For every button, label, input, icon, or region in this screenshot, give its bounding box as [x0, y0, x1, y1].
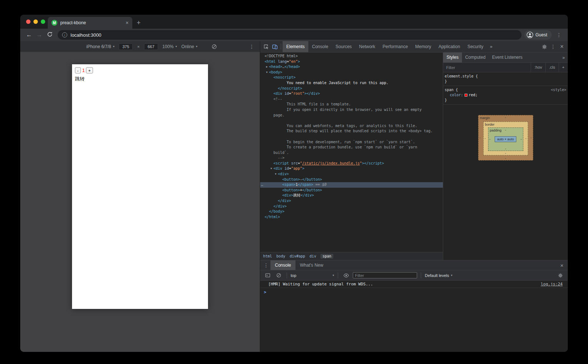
console-message-source-link[interactable]: log.js:24 [541, 282, 563, 286]
site-info-icon[interactable]: i [62, 32, 67, 37]
browser-tab[interactable]: M preact-kbone × [48, 17, 132, 29]
dom-tree-line[interactable]: ▼<div> [260, 172, 443, 177]
dom-tree-line[interactable]: <div>跳转</div> [260, 193, 443, 198]
decrement-button[interactable]: - [75, 67, 81, 73]
devtools-tab-sources[interactable]: Sources [332, 41, 355, 52]
dom-tree-line[interactable]: </body> [260, 209, 443, 215]
breadcrumb-item-html[interactable]: html [263, 254, 272, 258]
close-window-button[interactable] [26, 19, 31, 24]
border-left-value[interactable]: - [485, 137, 486, 140]
inspect-element-icon[interactable] [262, 42, 270, 51]
dom-tree-line[interactable]: ▶<head>…</head> [260, 64, 443, 70]
box-model-content[interactable]: auto × auto [495, 136, 516, 142]
device-height-input[interactable] [144, 43, 158, 50]
dom-tree-line-selected[interactable]: …<span>1</span> == $0 [260, 182, 443, 188]
margin-right-value[interactable]: - [531, 136, 532, 140]
border-bottom-value[interactable]: - [505, 151, 506, 155]
style-rule-span[interactable]: span { <style> color:red; } [443, 86, 568, 105]
dom-tree-line[interactable]: <!-- [260, 97, 443, 102]
dom-tree-line[interactable]: ▼<body> [260, 70, 443, 75]
device-toolbar-menu-icon[interactable]: ⋮ [247, 42, 256, 51]
devtools-tab-memory[interactable]: Memory [412, 41, 435, 52]
style-origin-link[interactable]: <style> [551, 87, 566, 93]
profile-button[interactable]: Guest [524, 30, 552, 40]
padding-bottom-value[interactable]: - [505, 147, 506, 151]
breadcrumb-item-div[interactable]: div [309, 254, 316, 258]
more-panels-icon[interactable]: » [487, 41, 495, 52]
dom-tree-line[interactable]: page. [260, 113, 443, 118]
span-rule-selector[interactable]: span { [445, 87, 458, 93]
breadcrumb-item-body[interactable]: body [276, 254, 285, 258]
devtools-menu-icon[interactable]: ⋮ [549, 42, 557, 51]
live-expression-eye-icon[interactable] [342, 271, 351, 280]
log-levels-dropdown[interactable]: Default levels▾ [425, 273, 452, 278]
device-toolbar-toggle-icon[interactable] [270, 42, 279, 51]
style-rule-inline[interactable]: element.style { } [443, 72, 568, 86]
dom-tree-line[interactable]: <div id="root"></div> [260, 91, 443, 97]
back-button[interactable]: ← [24, 32, 34, 38]
clear-console-icon[interactable] [274, 271, 283, 280]
zoom-window-button[interactable] [41, 19, 45, 24]
expand-arrow-icon[interactable]: ▶ [265, 64, 269, 70]
dom-tree-line[interactable]: </noscript> [260, 86, 443, 91]
devtools-tab-console[interactable]: Console [308, 41, 332, 52]
element-classes-button[interactable]: .cls [545, 63, 559, 72]
drawer-menu-icon[interactable]: ⋮ [262, 261, 270, 270]
breadcrumb-item-span[interactable]: span [320, 254, 333, 259]
dom-tree-line[interactable]: <button>-</button> [260, 177, 443, 183]
toggle-element-state-button[interactable]: :hov [531, 63, 545, 72]
collapse-arrow-icon[interactable]: ▼ [265, 70, 269, 75]
browser-menu-icon[interactable]: ⋮ [554, 32, 564, 38]
dom-tree-line[interactable]: To create a production bundle, use `npm … [260, 145, 443, 150]
new-tab-button[interactable]: + [137, 19, 141, 26]
dom-tree-line[interactable]: <button>+</button> [260, 188, 443, 193]
console-context-dropdown[interactable]: top▾ [291, 273, 334, 278]
padding-left-value[interactable]: - [490, 137, 491, 141]
tab-close-icon[interactable]: × [126, 20, 129, 26]
throttling-select[interactable]: Online▾ [182, 44, 198, 49]
css-property-value[interactable]: red; [469, 93, 477, 97]
margin-top-value[interactable]: - [505, 116, 506, 119]
address-bar[interactable]: i localhost:3000 [58, 30, 521, 40]
devtools-tab-security[interactable]: Security [464, 41, 487, 52]
devtools-close-icon[interactable]: × [557, 42, 566, 51]
styles-more-tabs-icon[interactable]: » [559, 55, 568, 60]
styles-tab-event-listeners[interactable]: Event Listeners [489, 53, 526, 62]
dom-tree-line[interactable]: <html lang="en"> [260, 59, 443, 65]
dom-tree-line[interactable]: --> [260, 155, 443, 161]
drawer-close-icon[interactable]: × [557, 261, 566, 270]
collapse-arrow-icon[interactable]: ▼ [269, 166, 273, 172]
padding-top-value[interactable]: - [505, 128, 506, 132]
dom-tree-line[interactable]: <!DOCTYPE html> [260, 54, 443, 59]
collapse-arrow-icon[interactable]: ▼ [274, 172, 277, 177]
inline-rule-selector[interactable]: element.style { [443, 74, 568, 79]
console-prompt-chevron[interactable]: > [264, 290, 266, 295]
dom-tree-line[interactable]: </html> [260, 215, 443, 220]
devtools-tab-performance[interactable]: Performance [379, 41, 412, 52]
dom-tree-line[interactable]: If you open it directly in the browser, … [260, 107, 443, 113]
breadcrumb-item-div-app[interactable]: div#app [290, 254, 305, 258]
console-prompt-row[interactable]: > [260, 288, 568, 295]
zoom-select[interactable]: 100%▾ [162, 44, 177, 49]
dom-tree-line[interactable]: <script src="/static/js/index.bundle.js"… [260, 161, 443, 166]
dom-tree-line[interactable]: The build step will place the bundled sc… [260, 129, 443, 134]
devtools-tab-elements[interactable]: Elements [283, 41, 308, 52]
styles-tab-styles[interactable]: Styles [443, 53, 462, 62]
dom-tree-line[interactable] [260, 134, 443, 140]
padding-right-value[interactable]: - [521, 137, 522, 141]
dom-tree-line[interactable]: You need to enable JavaScript to run thi… [260, 80, 443, 86]
device-select[interactable]: iPhone 6/7/8▾ [86, 44, 114, 49]
dom-tree-line[interactable]: </div> [260, 204, 443, 209]
box-model-padding[interactable]: padding - - - - auto × auto [488, 127, 523, 151]
more-actions-icon[interactable]: … [261, 182, 263, 188]
forward-button[interactable]: → [34, 32, 44, 38]
console-filter-input[interactable] [353, 272, 417, 278]
minimize-window-button[interactable] [33, 19, 38, 24]
dom-tree-line[interactable]: This HTML file is a template. [260, 102, 443, 107]
new-style-rule-button[interactable]: + [559, 63, 568, 72]
styles-filter-input[interactable]: Filter [443, 65, 531, 70]
box-model-margin[interactable]: margin - - - - border - - - pa [478, 115, 533, 161]
dom-tree-line[interactable]: You can add webfonts, meta tags, or anal… [260, 123, 443, 129]
dom-tree-line[interactable] [260, 118, 443, 123]
css-property-name[interactable]: color: [445, 93, 463, 97]
